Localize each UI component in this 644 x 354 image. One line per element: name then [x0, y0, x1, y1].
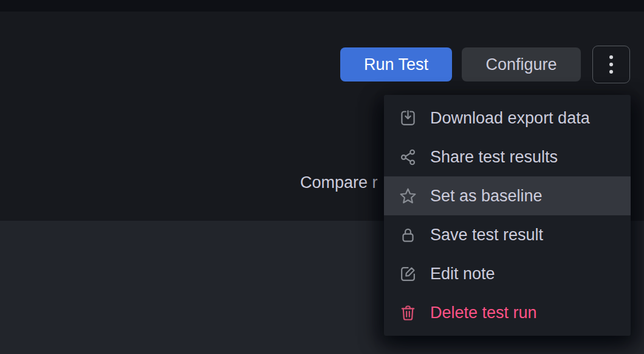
menu-item-delete-test-run[interactable]: Delete test run: [384, 293, 631, 332]
star-icon: [399, 187, 417, 206]
menu-item-label: Share test results: [430, 148, 558, 167]
menu-item-label: Save test result: [430, 226, 543, 245]
context-menu: Download export data Share test results …: [384, 95, 631, 336]
lock-icon: [399, 226, 417, 245]
screen: Compare r Run Test Configure Download ex…: [0, 0, 644, 354]
download-icon: [399, 109, 417, 128]
configure-button[interactable]: Configure: [462, 47, 581, 82]
menu-item-edit-note[interactable]: Edit note: [384, 254, 631, 293]
kebab-dot: [609, 55, 613, 59]
menu-item-share-test-results[interactable]: Share test results: [384, 137, 631, 176]
menu-item-label: Delete test run: [430, 304, 537, 322]
more-options-button[interactable]: [592, 46, 630, 83]
menu-item-label: Download export data: [430, 109, 590, 128]
menu-item-label: Edit note: [430, 265, 495, 283]
menu-item-label: Set as baseline: [430, 187, 543, 206]
kebab-dot: [609, 63, 613, 66]
compare-results-label: Compare r: [300, 173, 378, 192]
menu-item-set-as-baseline[interactable]: Set as baseline: [384, 176, 631, 215]
menu-item-download-export-data[interactable]: Download export data: [384, 99, 631, 137]
run-test-button[interactable]: Run Test: [340, 47, 452, 82]
top-strip: [0, 0, 644, 12]
trash-icon: [399, 304, 417, 322]
menu-item-save-test-result[interactable]: Save test result: [384, 215, 631, 254]
share-icon: [399, 148, 417, 167]
edit-icon: [399, 265, 417, 283]
kebab-dot: [609, 70, 613, 74]
